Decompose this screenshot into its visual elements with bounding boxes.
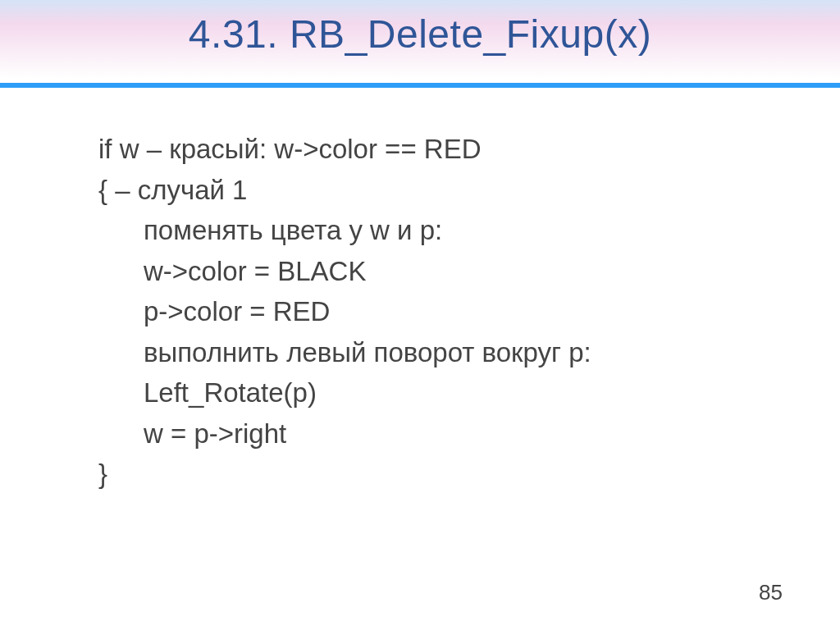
code-line: p->color = RED [98,291,783,332]
code-line: выполнить левый поворот вокруг p: [98,332,783,373]
code-line: } [98,454,783,495]
code-line: { – случай 1 [98,170,783,211]
code-line: w = p->right [98,413,783,454]
code-line: Left_Rotate(p) [98,372,783,413]
slide: 4.31. RB_Delete_Fixup(x) if w – красый: … [0,0,840,630]
code-line: if w – красый: w->color == RED [98,129,783,170]
code-line: w->color = BLACK [98,251,783,292]
code-line: поменять цвета у w и p: [98,210,783,251]
slide-title: 4.31. RB_Delete_Fixup(x) [0,11,840,57]
slide-content: if w – красый: w->color == RED { – случа… [0,88,840,495]
slide-header: 4.31. RB_Delete_Fixup(x) [0,0,840,78]
page-number: 85 [759,580,783,605]
